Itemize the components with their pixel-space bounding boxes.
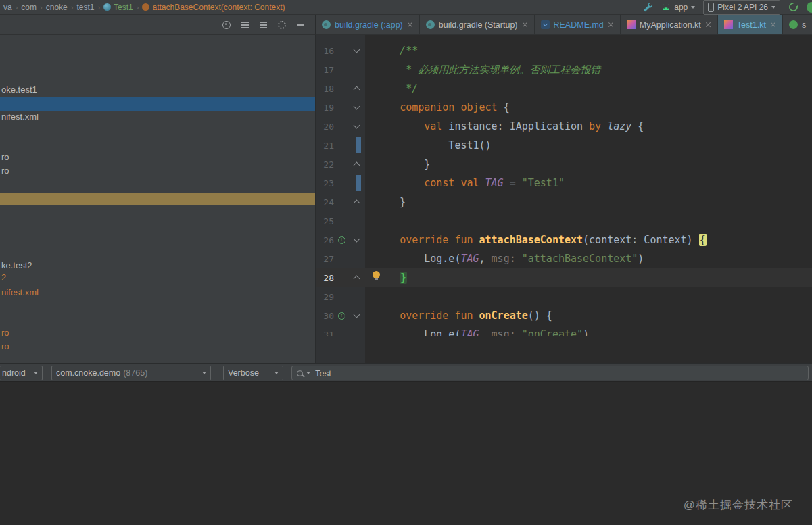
hide-icon[interactable] [297,24,304,26]
tree-item[interactable]: 2 [1,271,6,284]
sync-icon[interactable] [788,2,798,12]
line-number[interactable]: 22 [316,159,334,170]
code-line[interactable]: 31 Log.e(TAG, msg: "onCreate") [316,325,812,336]
line-number[interactable]: 18 [316,84,334,94]
search-input[interactable] [314,368,803,379]
code-line[interactable]: 27 Log.e(TAG, msg: "attachBaseContext") [316,249,812,268]
code-line[interactable]: 28 } [316,268,812,287]
logcat-process-dropdown[interactable]: com.cnoke.demo (8765) [51,366,211,380]
logcat-device-dropdown[interactable]: ndroid [0,366,43,380]
fold-end-icon[interactable] [353,276,360,282]
breadcrumb-item[interactable]: attachBaseContext(context: Context) [142,3,285,12]
code-line[interactable]: 19 companion object { [316,98,812,117]
tab-close-icon[interactable] [407,22,413,28]
override-icon[interactable]: ↑ [338,312,345,320]
code-line[interactable]: 24 } [316,193,812,211]
code-line[interactable]: 25 [316,211,812,230]
code-text: companion object { [365,98,510,117]
fold-collapse-icon[interactable] [353,122,360,129]
line-number[interactable]: 24 [316,197,334,207]
editor-gutter: 28 [316,268,365,287]
line-number[interactable]: 31 [316,330,334,337]
code-editor[interactable]: 16 /**17 * 必须用此方法实现单例。否则工程会报错18 */19 com… [316,35,812,363]
wrench-icon[interactable] [643,2,653,12]
logcat-level-dropdown[interactable]: Verbose [223,366,283,380]
tab-label: s [802,20,806,30]
line-number[interactable]: 30 [316,311,334,321]
intention-bulb-icon[interactable] [373,271,380,278]
tree-item[interactable]: nifest.xml [1,286,39,299]
fold-end-icon[interactable] [353,200,360,207]
locate-icon[interactable] [222,21,231,29]
code-line[interactable]: 30↑ override fun onCreate() { [316,306,812,325]
fold-collapse-icon[interactable] [353,236,360,243]
code-line[interactable]: 21 Test1() [316,136,812,155]
editor-tab[interactable]: build.gradle (Startup) [420,15,535,34]
tab-close-icon[interactable] [522,22,528,28]
editor-tab[interactable]: README.md [535,15,621,34]
code-text: const val TAG = "Test1" [365,174,565,193]
tab-close-icon[interactable] [608,22,614,28]
settings-icon[interactable] [278,21,286,29]
line-number[interactable]: 19 [316,103,334,113]
line-number[interactable]: 26 [316,235,334,245]
tree-highlight-row[interactable] [0,193,315,205]
code-line[interactable]: 23 const val TAG = "Test1" [316,174,812,193]
tab-label: Test1.kt [737,20,766,30]
breadcrumb-item[interactable]: Test1 [103,3,133,12]
breadcrumb-item[interactable]: com [21,3,37,12]
line-number[interactable]: 17 [316,65,334,75]
tab-close-icon[interactable] [705,22,711,28]
breadcrumb-item[interactable]: va [3,3,12,12]
line-number[interactable]: 21 [316,141,334,151]
line-number[interactable]: 20 [316,122,334,132]
code-line[interactable]: 22 } [316,155,812,174]
tree-item[interactable]: nifest.xml [1,110,39,124]
line-number[interactable]: 29 [316,292,334,302]
editor-tab[interactable]: MyApplication.kt [621,15,718,34]
tree-item[interactable]: ro [1,164,9,178]
editor-gutter: 18 [316,79,365,98]
code-line[interactable]: 20 val instance: IApplication by lazy { [316,117,812,136]
code-line[interactable]: 17 * 必须用此方法实现单例。否则工程会报错 [316,60,812,79]
override-icon[interactable]: ↑ [338,236,345,244]
line-number[interactable]: 23 [316,178,334,189]
line-number[interactable]: 25 [316,216,334,226]
fold-collapse-icon[interactable] [353,103,360,110]
tree-item[interactable]: ke.test2 [1,259,32,272]
tree-item[interactable]: ro [1,340,9,353]
line-number[interactable]: 27 [316,254,334,264]
code-line[interactable]: 29 [316,287,812,306]
vcs-change-marker[interactable] [356,175,361,191]
logcat-output-area[interactable]: @稀土掘金技术社区 [0,382,812,525]
code-line[interactable]: 18 */ [316,79,812,98]
expand-all-icon[interactable] [260,24,267,26]
fold-collapse-icon[interactable] [353,47,360,53]
run-icon[interactable] [807,2,812,13]
line-number[interactable]: 28 [316,273,334,283]
fold-end-icon[interactable] [353,86,360,93]
line-number[interactable]: 16 [316,46,334,56]
breadcrumb-item[interactable]: cnoke [46,3,68,12]
editor-tab[interactable]: build.gradle (:app) [316,15,420,34]
vcs-change-marker[interactable] [356,137,361,153]
tree-item[interactable]: ro [1,151,9,164]
tree-item[interactable]: ro [1,326,9,340]
fold-collapse-icon[interactable] [353,311,360,318]
tree-selected-row[interactable] [0,97,315,111]
editor-tab[interactable]: Test1.kt [718,15,783,34]
collapse-all-icon[interactable] [241,24,249,26]
device-dropdown[interactable]: Pixel 2 API 26 [703,0,780,15]
tree-item[interactable]: oke.test1 [1,83,37,97]
logcat-search-field[interactable] [291,366,809,380]
code-line[interactable]: 16 /** [316,41,812,60]
project-tree-panel[interactable]: oke.test1nifest.xmlroroke.test22nifest.x… [0,35,316,363]
breadcrumb-label: cnoke [46,3,68,12]
code-line[interactable]: 26↑ override fun attachBaseContext(conte… [316,230,812,249]
breadcrumb-item[interactable]: test1 [76,3,94,12]
fold-slot [349,106,364,109]
tab-close-icon[interactable] [770,22,776,28]
fold-end-icon[interactable] [353,162,360,169]
editor-tab[interactable]: s [783,15,812,34]
run-configuration-dropdown[interactable]: app [661,3,695,12]
